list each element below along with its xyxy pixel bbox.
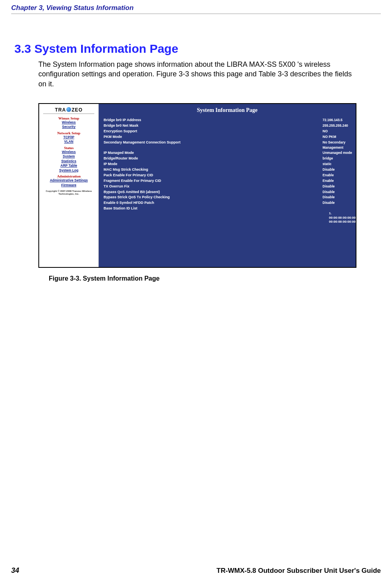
- field-label: Bypass QoS Amitted Bit (absent): [99, 189, 239, 195]
- sidebar-link-statistics[interactable]: Statistics: [39, 159, 98, 163]
- field-label: Secondary Management Connection Support: [99, 140, 239, 150]
- sidebar-link-adminsettings[interactable]: Administrative Settings: [39, 178, 98, 183]
- logo-right-text: ZEO: [72, 107, 83, 113]
- table-row: Secondary Management Connection SupportN…: [99, 140, 356, 150]
- field-label: Pack Enable For Primary CID: [99, 173, 239, 178]
- field-value: 255.255.255.240: [239, 123, 356, 129]
- logo-separator: [43, 114, 94, 114]
- table-row: Bridge br0 Net Mask255.255.255.240: [99, 123, 356, 129]
- field-value: 72.166.143.5: [239, 118, 356, 123]
- field-value: Disable: [239, 184, 356, 189]
- table-row: MAC Msg Strick CheckingDisable: [99, 167, 356, 173]
- content-pane: System Information Page Bridge br0 IP Ad…: [99, 104, 356, 267]
- sidebar-link-tcpip[interactable]: TCP/IP: [39, 135, 98, 140]
- sidebar-link-wireless2[interactable]: Wireless: [39, 150, 98, 154]
- field-value: NO: [239, 129, 356, 134]
- brand-logo: TRA ZEO: [39, 107, 98, 113]
- page-title: System Information Page: [99, 104, 356, 118]
- field-label: Enable 0 Symbol HFDD Patch: [99, 200, 239, 206]
- field-label: TX Overrun Fix: [99, 184, 239, 189]
- table-row: IP Managed ModeUnmanaged mode: [99, 150, 356, 156]
- table-row: Fragment Enable For Primary CIDEnable: [99, 178, 356, 184]
- header-divider: [11, 14, 381, 14]
- table-row: Bypass Strick QoS Tx Policy CheckingDisa…: [99, 195, 356, 200]
- sidebar-link-vlan[interactable]: VLAN: [39, 140, 98, 144]
- table-row: Pack Enable For Primary CIDEnable: [99, 173, 356, 178]
- field-label: PKM Mode: [99, 134, 239, 140]
- field-value: Enable: [239, 178, 356, 184]
- field-value: Disable: [239, 200, 356, 206]
- sidebar: TRA ZEO Wimax Setup Wireless Security Ne…: [39, 104, 99, 267]
- table-row: TX Overrun FixDisable: [99, 184, 356, 189]
- footer-title: TR-WMX-5.8 Outdoor Subscriber Unit User'…: [217, 567, 381, 575]
- field-label: Bypass Strick QoS Tx Policy Checking: [99, 195, 239, 200]
- copyright-line2: Technologies, Inc.: [39, 193, 98, 195]
- field-value: Unmanaged mode: [239, 150, 356, 156]
- page-footer: 34 TR-WMX-5.8 Outdoor Subscriber Unit Us…: [0, 566, 392, 575]
- field-label: MAC Msg Strick Checking: [99, 167, 239, 173]
- sidebar-group-admin: Administration: [39, 174, 98, 178]
- field-value: [239, 206, 356, 211]
- field-label: Bridge/Router Mode: [99, 156, 239, 161]
- field-value: Enable: [239, 173, 356, 178]
- sidebar-link-wireless[interactable]: Wireless: [39, 120, 98, 125]
- body-paragraph: The System Information page shows inform…: [38, 60, 360, 89]
- figure-caption: Figure 3-3. System Information Page: [49, 275, 392, 282]
- table-row: Enable 0 Symbol HFDD PatchDisable: [99, 200, 356, 206]
- field-value: NO PKM: [239, 134, 356, 140]
- field-label: Encryption Support: [99, 129, 239, 134]
- field-value: bridge: [239, 156, 356, 161]
- chapter-header: Chapter 3, Viewing Status Information: [0, 0, 392, 14]
- field-value: No Secondary Management: [239, 140, 356, 150]
- field-label: Bridge br0 IP Address: [99, 118, 239, 123]
- table-row: PKM ModeNO PKM: [99, 134, 356, 140]
- figure-wrap: TRA ZEO Wimax Setup Wireless Security Ne…: [38, 103, 355, 268]
- field-label: Bridge br0 Net Mask: [99, 123, 239, 129]
- field-label: IP Managed Mode: [99, 150, 239, 156]
- field-label: Fragment Enable For Primary CID: [99, 178, 239, 184]
- table-row: Bridge/Router Modebridge: [99, 156, 356, 161]
- copyright: Copyright © 2007-2008 Tranzeo Wireless T…: [39, 190, 98, 195]
- bs-list-item: 1. 00:00:00:00:00:00 00:00:00:00:00:00: [99, 211, 356, 224]
- page-number: 34: [11, 566, 19, 575]
- sidebar-link-firmware[interactable]: Firmware: [39, 183, 98, 187]
- sidebar-group-network: Network Setup: [39, 131, 98, 135]
- sidebar-link-security[interactable]: Security: [39, 125, 98, 129]
- table-row: IP Modestatic: [99, 161, 356, 167]
- table-row: Base Station ID List: [99, 206, 356, 211]
- table-row: Bypass QoS Amitted Bit (absent)Disable: [99, 189, 356, 195]
- field-label: IP Mode: [99, 161, 239, 167]
- section-title: 3.3 System Information Page: [14, 42, 392, 56]
- field-value: Disable: [239, 167, 356, 173]
- table-row: Bridge br0 IP Address72.166.143.5: [99, 118, 356, 123]
- field-value: Disable: [239, 189, 356, 195]
- sidebar-link-systemlog[interactable]: System Log: [39, 168, 98, 173]
- sidebar-group-wimax: Wimax Setup: [39, 116, 98, 120]
- field-label: Base Station ID List: [99, 206, 239, 211]
- field-value: Disable: [239, 195, 356, 200]
- sidebar-group-status: Status: [39, 146, 98, 150]
- copyright-line1: Copyright © 2007-2008 Tranzeo Wireless: [39, 190, 98, 193]
- sidebar-link-arptable[interactable]: ARP Table: [39, 163, 98, 168]
- table-row: Encryption SupportNO: [99, 129, 356, 134]
- field-value: static: [239, 161, 356, 167]
- app-window: TRA ZEO Wimax Setup Wireless Security Ne…: [38, 103, 356, 268]
- logo-left-text: TRA: [55, 107, 66, 113]
- logo-orb-icon: [66, 107, 71, 112]
- sidebar-link-system[interactable]: System: [39, 154, 98, 159]
